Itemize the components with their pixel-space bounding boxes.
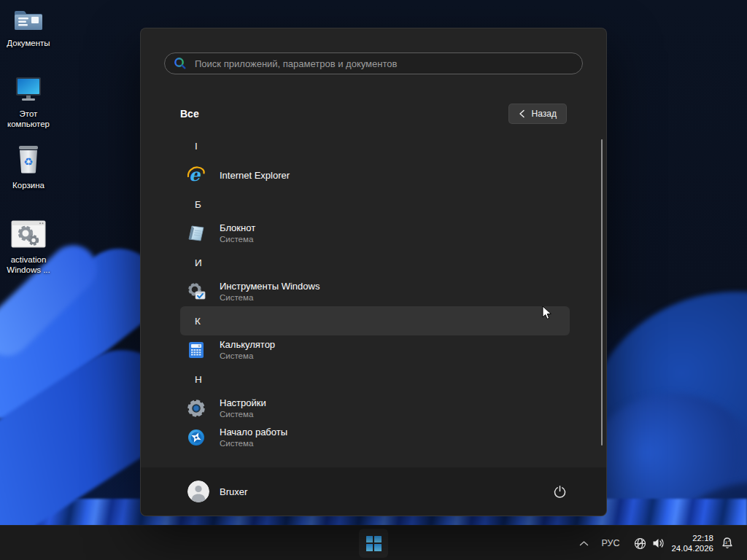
notification-bell-dnd-icon[interactable]: z z [716, 526, 738, 560]
network-globe-icon[interactable] [630, 526, 649, 560]
all-apps-title: Все [180, 108, 199, 120]
all-apps-list: I e Internet Explorer Б [180, 131, 570, 452]
desktop-icon-label: Этот [20, 109, 38, 119]
app-subtitle: Система [220, 234, 255, 244]
desktop-icon-recycle-bin[interactable]: ♻ Корзина [0, 144, 57, 190]
svg-text:z: z [725, 540, 727, 545]
app-subtitle: Система [220, 292, 320, 303]
desktop-icon-documents[interactable]: Документы [0, 9, 57, 48]
documents-folder-icon [13, 9, 44, 35]
activation-script-icon [10, 219, 47, 252]
start-search-box[interactable] [164, 52, 583, 74]
user-account-button[interactable]: Bruxer [187, 481, 247, 502]
back-button[interactable]: Назад [508, 104, 567, 124]
app-item-calculator[interactable]: 0 Калькулятор Система [180, 335, 570, 365]
app-item-get-started[interactable]: Начало работы Система [180, 423, 570, 452]
svg-text:♻: ♻ [23, 155, 33, 168]
desktop-icon-activation-script[interactable]: activation Windows ... [0, 219, 57, 275]
desktop-icon-label: Корзина [12, 180, 44, 190]
section-letter-К[interactable]: К [180, 306, 570, 335]
settings-gear-icon [187, 399, 206, 418]
tray-show-hidden-icons-button[interactable] [574, 526, 593, 560]
user-name: Bruxer [220, 486, 247, 497]
app-name: Настройки [220, 397, 266, 408]
get-started-icon [187, 428, 206, 447]
app-item-settings[interactable]: Настройки Система [180, 394, 570, 423]
app-name: Блокнот [220, 222, 255, 233]
power-button[interactable] [547, 479, 572, 504]
windows-logo-icon [366, 536, 382, 551]
calculator-icon: 0 [187, 341, 206, 359]
section-letter-Б[interactable]: Б [180, 190, 570, 219]
app-name: Internet Explorer [220, 170, 290, 181]
all-apps-header: Все Назад [180, 103, 567, 125]
desktop-icon-label: activation [11, 254, 47, 265]
app-item-notepad[interactable]: Блокнот Система [180, 219, 570, 248]
start-button[interactable] [359, 529, 388, 558]
windows-tools-icon [187, 282, 206, 301]
chevron-up-icon [578, 540, 589, 548]
app-subtitle: Система [220, 409, 266, 419]
app-name: Калькулятор [220, 339, 275, 350]
clock-date: 24.04.2026 [671, 543, 713, 554]
section-letter-I[interactable]: I [180, 131, 570, 160]
search-input[interactable] [193, 58, 573, 70]
desktop-icon-label: Windows ... [7, 265, 50, 275]
desktop-icon-label: компьютер [7, 119, 50, 129]
app-item-windows-tools[interactable]: Инструменты Windows Система [180, 277, 570, 306]
language-indicator[interactable]: РУС [598, 526, 623, 560]
internet-explorer-icon: e [187, 166, 206, 184]
start-menu-scrollbar[interactable] [601, 139, 603, 446]
clock-time: 22:18 [692, 533, 713, 544]
search-icon [174, 57, 187, 70]
clock[interactable]: 22:18 24.04.2026 [668, 526, 713, 560]
app-name: Начало работы [220, 427, 287, 438]
back-button-label: Назад [532, 109, 557, 119]
notepad-icon [187, 224, 206, 243]
this-pc-monitor-icon [14, 76, 43, 106]
chevron-left-icon [519, 109, 525, 118]
app-item-internet-explorer[interactable]: e Internet Explorer [180, 160, 570, 190]
app-subtitle: Система [220, 351, 275, 361]
svg-text:0: 0 [198, 344, 201, 348]
user-avatar [187, 481, 209, 502]
app-subtitle: Система [220, 438, 287, 448]
desktop-icon-this-pc[interactable]: Этот компьютер [0, 76, 57, 129]
app-name: Инструменты Windows [220, 281, 320, 292]
section-letter-Н[interactable]: Н [180, 365, 570, 394]
recycle-bin-icon: ♻ [16, 144, 41, 177]
taskbar: РУС 22:18 24.04.2026 z z [0, 525, 747, 560]
section-letter-И[interactable]: И [180, 248, 570, 277]
desktop-icon-label: Документы [7, 38, 50, 48]
power-icon [553, 485, 567, 499]
start-menu-user-bar: Bruxer [141, 467, 606, 516]
start-menu-panel: Все Назад I e Internet Explorer [140, 28, 607, 516]
volume-icon[interactable] [649, 526, 668, 560]
